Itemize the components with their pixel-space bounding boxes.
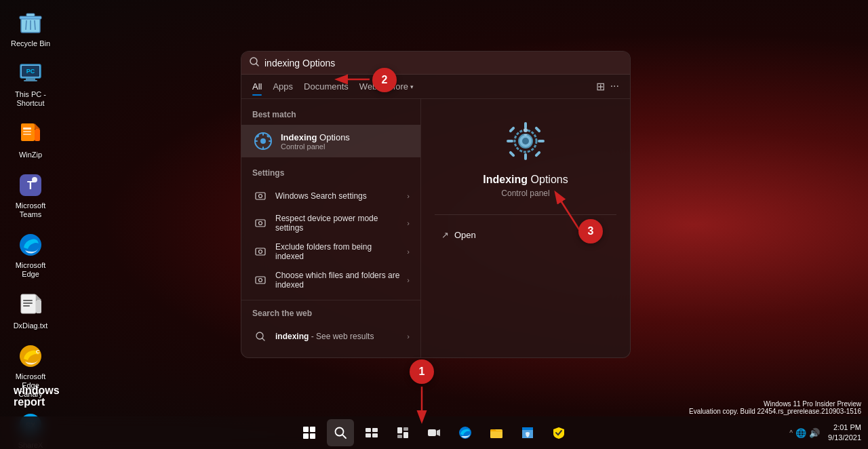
svg-rect-41 xyxy=(262,147,264,149)
desktop-icon-winzip[interactable]: WinZip xyxy=(7,118,54,162)
desktop-icon-edge[interactable]: Microsoft Edge xyxy=(7,229,54,281)
settings-item-windows-search[interactable]: Windows Search settings › xyxy=(241,183,420,209)
svg-rect-1 xyxy=(20,16,41,19)
widgets-button[interactable] xyxy=(389,419,416,446)
start-button[interactable] xyxy=(296,419,323,446)
edge-canary-icon: C xyxy=(17,343,44,370)
svg-point-39 xyxy=(260,138,266,144)
svg-point-49 xyxy=(259,222,262,225)
svg-rect-14 xyxy=(23,128,31,130)
this-pc-label: This PC - Shortcut xyxy=(9,90,52,108)
file-explorer-button[interactable] xyxy=(483,419,510,446)
edge-icon xyxy=(17,231,44,258)
chevron-down-icon: ▾ xyxy=(410,83,414,90)
meet-button[interactable] xyxy=(420,419,448,446)
desktop-icon-recycle-bin[interactable]: Recycle Bin xyxy=(7,7,54,51)
chevron-right-icon-3: › xyxy=(407,248,410,256)
svg-rect-8 xyxy=(26,78,35,80)
svg-rect-59 xyxy=(524,153,527,160)
settings-item-choose-files[interactable]: Choose which files and folders are index… xyxy=(241,266,420,294)
dxdiag-label: DxDiag.txt xyxy=(14,321,48,330)
recycle-bin-label: Recycle Bin xyxy=(11,39,50,48)
taskbar-search-icon xyxy=(334,426,347,440)
indexing-options-icon-small xyxy=(252,130,274,152)
volume-icon[interactable]: 🔊 xyxy=(809,428,820,438)
network-icon[interactable]: 🌐 xyxy=(795,428,806,438)
svg-text:PC: PC xyxy=(26,68,35,75)
tray-expand-icon[interactable]: ^ xyxy=(789,429,793,437)
svg-rect-50 xyxy=(256,248,265,255)
search-content: Best match xyxy=(241,99,630,357)
search-box xyxy=(241,52,630,75)
svg-text:C: C xyxy=(36,349,40,355)
store-button[interactable] xyxy=(514,419,541,446)
norton-button[interactable] xyxy=(545,419,572,446)
svg-rect-77 xyxy=(372,433,378,437)
taskbar: ^ 🌐 🔊 2:01 PM 9/13/2021 xyxy=(0,416,868,449)
svg-line-55 xyxy=(262,338,264,340)
best-match-title: Indexing Options xyxy=(281,132,350,142)
desktop-icon-teams[interactable]: T Microsoft Teams xyxy=(7,169,54,222)
recycle-bin-icon xyxy=(17,9,44,37)
svg-line-73 xyxy=(342,435,346,438)
right-panel-subtitle: Control panel xyxy=(501,189,549,198)
indexing-options-icon-large xyxy=(504,119,547,163)
filter-icon-2[interactable]: ··· xyxy=(610,80,619,93)
svg-rect-40 xyxy=(262,133,264,136)
desktop-icon-this-pc[interactable]: PC This PC - Shortcut xyxy=(7,58,54,111)
task-view-button[interactable] xyxy=(358,419,385,446)
desktop-icons-container: Recycle Bin PC This PC - Shortcut xyxy=(0,0,61,449)
svg-rect-2 xyxy=(26,14,35,16)
desktop-icon-dxdiag[interactable]: DxDiag.txt xyxy=(7,289,54,333)
filter-tabs: All Apps Documents Web More ▾ ⊞ ··· xyxy=(241,75,630,99)
taskbar-system-tray: ^ 🌐 🔊 2:01 PM 9/13/2021 xyxy=(789,423,861,444)
settings-item-device-power[interactable]: Respect device power mode settings › xyxy=(241,209,420,237)
best-match-subtitle: Control panel xyxy=(281,142,350,151)
tab-documents[interactable]: Documents xyxy=(304,79,349,94)
annotation-2: 2 xyxy=(372,68,397,92)
web-search-item[interactable]: indexing - See web results › xyxy=(241,324,420,349)
svg-line-37 xyxy=(256,64,258,66)
file-explorer-icon xyxy=(490,426,503,440)
tab-apps[interactable]: Apps xyxy=(273,79,293,94)
svg-point-47 xyxy=(259,195,262,198)
svg-rect-65 xyxy=(534,151,541,157)
filter-icon-1[interactable]: ⊞ xyxy=(596,80,605,93)
svg-rect-13 xyxy=(35,129,40,141)
svg-rect-75 xyxy=(372,428,378,432)
chevron-right-icon-2: › xyxy=(407,219,410,227)
taskbar-edge-button[interactable] xyxy=(452,419,479,446)
svg-rect-71 xyxy=(310,433,315,439)
best-match-label: Best match xyxy=(241,107,420,125)
settings-label: Settings xyxy=(241,165,420,183)
svg-rect-79 xyxy=(397,435,402,438)
taskbar-search-button[interactable] xyxy=(327,419,354,446)
settings-icon-2 xyxy=(252,215,269,231)
svg-rect-9 xyxy=(24,80,37,81)
best-match-item[interactable]: Indexing Options Control panel xyxy=(241,125,420,157)
svg-rect-82 xyxy=(428,429,436,436)
svg-rect-70 xyxy=(303,433,309,439)
settings-item-exclude-folders[interactable]: Exclude folders from being indexed › xyxy=(241,237,420,266)
chevron-right-icon-4: › xyxy=(407,276,410,284)
svg-line-5 xyxy=(35,20,35,30)
svg-rect-76 xyxy=(366,433,371,437)
svg-point-19 xyxy=(32,177,37,182)
svg-rect-15 xyxy=(23,131,31,132)
svg-rect-23 xyxy=(36,300,41,313)
chevron-right-icon-web: › xyxy=(407,332,410,340)
dxdiag-icon xyxy=(17,292,44,319)
teams-icon: T xyxy=(17,172,44,199)
taskbar-edge-icon xyxy=(458,426,472,440)
windows-logo-icon xyxy=(302,426,316,440)
svg-point-54 xyxy=(256,332,263,339)
annotation-3: 3 xyxy=(578,219,603,243)
taskbar-clock[interactable]: 2:01 PM 9/13/2021 xyxy=(828,423,861,444)
search-input[interactable] xyxy=(264,58,622,69)
build-info: Windows 11 Pro Insider Preview Evaluatio… xyxy=(689,400,861,415)
svg-point-57 xyxy=(522,138,529,144)
svg-rect-43 xyxy=(269,140,271,142)
tab-all[interactable]: All xyxy=(252,79,262,94)
settings-icon-3 xyxy=(252,243,269,260)
svg-marker-12 xyxy=(35,123,40,129)
